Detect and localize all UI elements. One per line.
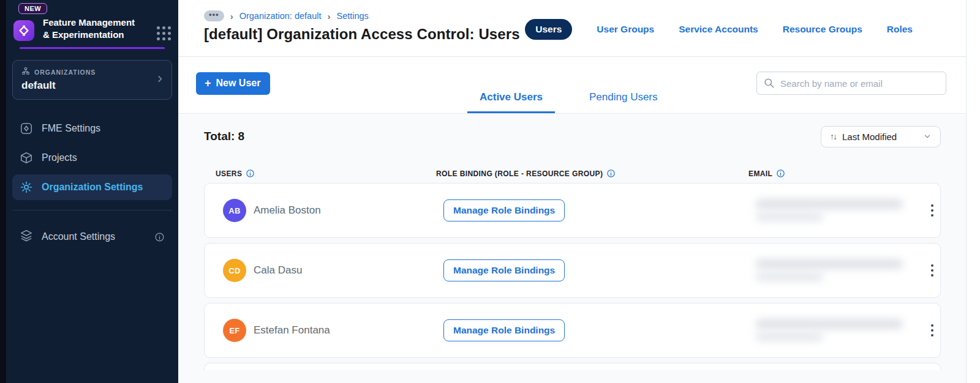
table-header: USERS ROLE BINDING (ROLE - RESOURCE GROU…	[204, 169, 941, 178]
tab-resource-groups[interactable]: Resource Groups	[783, 24, 862, 35]
table-row-partial	[204, 363, 941, 370]
chevron-right-icon: ›	[327, 11, 330, 21]
sidebar-item-fme-settings[interactable]: FME Settings	[12, 116, 172, 141]
collapsed-left-rail	[0, 0, 6, 383]
manage-role-bindings-button[interactable]: Manage Role Bindings	[443, 259, 565, 281]
app-title: Feature Management & Experimentation	[43, 17, 136, 41]
user-cell: EF Estefan Fontana	[223, 319, 443, 342]
avatar: EF	[223, 319, 246, 342]
search-icon	[763, 77, 775, 89]
info-icon[interactable]	[606, 169, 616, 178]
user-cell: AB Amelia Boston	[223, 199, 443, 222]
summary-row: Total: 8 ↑↓ Last Modified	[204, 125, 941, 148]
page-header: ••• › Organization: default › Settings […	[178, 0, 980, 57]
sidebar-item-organization-settings[interactable]: Organization Settings	[12, 174, 172, 200]
new-user-button[interactable]: + New User	[196, 72, 270, 95]
sidebar-divider	[12, 210, 172, 210]
sidebar-item-label: Account Settings	[42, 231, 115, 242]
search-box	[756, 72, 946, 95]
organization-name: default	[21, 80, 163, 92]
organizations-icon	[21, 67, 30, 78]
new-user-button-label: New User	[216, 78, 261, 89]
user-name: Estefan Fontana	[254, 324, 330, 337]
manage-role-bindings-button[interactable]: Manage Role Bindings	[443, 199, 565, 221]
fme-settings-icon	[20, 122, 33, 135]
total-count: Total: 8	[204, 130, 244, 143]
info-icon[interactable]	[154, 232, 165, 242]
email-redacted	[756, 257, 915, 284]
row-menu-kebab-icon[interactable]	[915, 261, 949, 281]
chevron-down-icon	[923, 132, 932, 141]
app-logo-icon	[13, 20, 34, 41]
breadcrumb-link-organization[interactable]: Organization: default	[239, 11, 322, 21]
column-header-role-binding: ROLE BINDING (ROLE - RESOURCE GROUP)	[436, 169, 748, 178]
organizations-label: ORGANIZATIONS	[34, 69, 96, 76]
projects-icon	[20, 151, 33, 165]
sidebar-item-label: FME Settings	[42, 123, 100, 134]
tab-active-users[interactable]: Active Users	[467, 91, 555, 113]
row-menu-kebab-icon[interactable]	[915, 321, 949, 341]
info-icon[interactable]	[776, 169, 785, 178]
column-header-users: USERS	[216, 169, 436, 178]
tab-service-accounts[interactable]: Service Accounts	[679, 24, 758, 35]
sidebar-item-label: Projects	[42, 152, 77, 163]
column-header-email: EMAIL	[748, 169, 907, 178]
brand-divider	[20, 47, 165, 49]
row-menu-kebab-icon[interactable]	[915, 201, 949, 221]
tab-roles[interactable]: Roles	[887, 24, 913, 35]
sort-icon: ↑↓	[830, 132, 836, 141]
account-settings-icon	[20, 229, 33, 245]
users-list-section: Total: 8 ↑↓ Last Modified USERS ROLE BIN…	[178, 114, 966, 383]
breadcrumb-link-settings[interactable]: Settings	[336, 11, 368, 21]
access-control-tabs: Users User Groups Service Accounts Resou…	[525, 19, 913, 40]
user-name: Cala Dasu	[254, 264, 302, 277]
toolbar: + New User Active Users Pending Users	[178, 57, 980, 114]
manage-role-bindings-button[interactable]: Manage Role Bindings	[443, 319, 565, 341]
user-cell: CD Cala Dasu	[223, 259, 443, 282]
new-badge: NEW	[18, 3, 47, 14]
main-area: ••• › Organization: default › Settings […	[178, 0, 980, 383]
email-redacted	[756, 317, 915, 344]
user-name: Amelia Boston	[254, 204, 321, 217]
plus-icon: +	[205, 79, 211, 87]
app-brand: Feature Management & Experimentation	[13, 17, 171, 41]
table-row: EF Estefan Fontana Manage Role Bindings	[204, 303, 941, 358]
sort-selected-value: Last Modified	[842, 132, 905, 142]
sidebar-header: NEW Feature Management & Experimentation	[6, 0, 178, 49]
breadcrumb-ellipsis-button[interactable]: •••	[204, 10, 224, 21]
breadcrumb: ••• › Organization: default › Settings	[204, 0, 980, 21]
sidebar-menu: FME Settings Projects Organization Setti…	[6, 116, 178, 200]
user-state-tabs: Active Users Pending Users	[467, 91, 670, 113]
sidebar: NEW Feature Management & Experimentation	[6, 0, 178, 383]
avatar: AB	[223, 199, 246, 222]
apps-grid-icon[interactable]	[157, 26, 171, 40]
gear-icon	[20, 180, 33, 194]
avatar: CD	[223, 259, 246, 282]
email-redacted	[756, 197, 915, 224]
sort-dropdown[interactable]: ↑↓ Last Modified	[821, 126, 941, 147]
search-input[interactable]	[756, 72, 946, 95]
chevron-right-icon: ›	[230, 11, 233, 21]
table-row: CD Cala Dasu Manage Role Bindings	[204, 243, 941, 298]
sidebar-item-account-settings[interactable]: Account Settings	[6, 223, 178, 251]
sidebar-item-label: Organization Settings	[42, 182, 143, 193]
table-row: AB Amelia Boston Manage Role Bindings	[204, 183, 941, 238]
chevron-right-icon	[156, 75, 164, 86]
sidebar-item-projects[interactable]: Projects	[12, 145, 172, 171]
tab-user-groups[interactable]: User Groups	[597, 24, 654, 35]
organization-selector[interactable]: ORGANIZATIONS default	[12, 60, 172, 100]
tab-users[interactable]: Users	[525, 19, 572, 40]
right-gutter	[966, 0, 980, 383]
info-icon[interactable]	[246, 169, 255, 178]
tab-pending-users[interactable]: Pending Users	[577, 91, 670, 113]
